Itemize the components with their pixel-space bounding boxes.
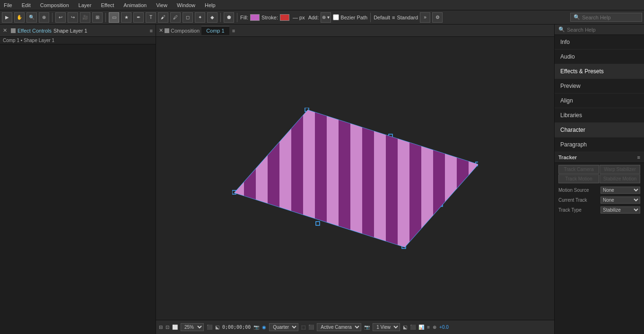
comp-tab[interactable]: Comp 1 — [201, 26, 229, 35]
puppet-tool[interactable]: ✦ — [195, 12, 205, 23]
current-track-select[interactable]: None — [600, 197, 640, 204]
pin-tool[interactable]: ◆ — [207, 12, 218, 23]
svg-rect-15 — [232, 108, 478, 249]
view-options-btn[interactable]: ⬕ — [403, 325, 407, 330]
comp-header: ✕ Composition Comp 1 ≡ — [156, 25, 554, 37]
menu-layer[interactable]: Layer — [77, 1, 94, 9]
render-btn[interactable]: ⬛ — [410, 325, 416, 330]
paint-tool[interactable]: 🖌 — [158, 12, 168, 23]
rp-item-character[interactable]: Character — [555, 123, 644, 137]
rp-item-paragraph[interactable]: Paragraph — [555, 137, 644, 152]
zoom-tool[interactable]: 🔍 — [26, 12, 37, 23]
3d-btn[interactable]: ⊕ — [433, 325, 436, 330]
menu-composition[interactable]: Composition — [38, 1, 71, 9]
chart-btn[interactable]: 📊 — [418, 325, 424, 330]
viewer-grid-btn[interactable]: ⊟ — [159, 325, 163, 330]
menu-file[interactable]: File — [2, 1, 14, 9]
rp-item-libraries[interactable]: Libraries — [555, 108, 644, 123]
panel-close-btn[interactable]: ✕ — [3, 27, 7, 34]
pen-tool[interactable]: ✒ — [133, 12, 144, 23]
clone-tool[interactable]: 🖊 — [170, 12, 181, 23]
add-dropdown[interactable]: ⊕ ▾ — [321, 12, 331, 23]
toolbar: ▶ ✋ 🔍 ⊕ ↩ ↪ 🎥 ⊞ ▭ ★ ✒ T 🖌 🖊 ◻ ✦ ◆ ⬟ Fill… — [0, 10, 644, 25]
bezier-label: Bezier Path — [340, 15, 367, 20]
star-tool[interactable]: ★ — [121, 12, 131, 23]
quality-select[interactable]: Quarter — [269, 323, 298, 331]
rp-item-align[interactable]: Align — [555, 94, 644, 108]
striped-pattern — [232, 108, 478, 249]
track-motion-btn[interactable]: Track Motion — [558, 174, 599, 183]
separator-2 — [105, 13, 106, 22]
search-box: 🔍 — [570, 13, 642, 22]
redo-btn[interactable]: ↪ — [68, 12, 78, 23]
motion-source-select[interactable]: None — [600, 187, 640, 194]
rp-item-preview[interactable]: Preview — [555, 79, 644, 94]
composition-viewer[interactable] — [156, 37, 554, 320]
mask-feather-tool[interactable]: ⬟ — [224, 12, 234, 23]
viewer-safe-btn[interactable]: ⊡ — [165, 325, 169, 330]
panel-menu-btn[interactable]: ≡ — [150, 28, 153, 34]
separator-3 — [220, 13, 221, 22]
eraser-tool[interactable]: ◻ — [183, 12, 193, 23]
tracker-header: Tracker ≡ — [555, 152, 644, 163]
timecode-display: 0;00;00;00 — [222, 325, 251, 330]
text-tool[interactable]: T — [146, 12, 156, 23]
camera-tool[interactable]: 🎥 — [80, 12, 90, 23]
viewer-fit-btn[interactable]: ⬛ — [207, 325, 212, 330]
search-input[interactable] — [582, 15, 639, 20]
menu-animation[interactable]: Animation — [122, 1, 148, 9]
zoom-select[interactable]: 25% — [181, 323, 204, 331]
left-panel-header: ✕ Effect Controls Shape Layer 1 ≡ — [0, 25, 156, 37]
rp-item-info[interactable]: Info — [555, 35, 644, 50]
effect-controls-tab[interactable]: Effect Controls — [17, 28, 52, 34]
track-type-select[interactable]: Stabilize — [600, 206, 640, 214]
undo-btn[interactable]: ↩ — [55, 12, 66, 23]
center-panel: ✕ Composition Comp 1 ≡ — [156, 25, 554, 334]
tracker-buttons: Track Camera Warp Stabilizer Track Motio… — [555, 163, 644, 185]
full-screen-btn[interactable]: ⬚ — [301, 325, 305, 330]
separator-1 — [52, 13, 52, 22]
tracker-title: Tracker — [558, 154, 577, 160]
grid-tool[interactable]: ⊞ — [92, 12, 103, 23]
comp-panel-menu[interactable]: ≡ — [232, 28, 235, 34]
hand-tool[interactable]: ✋ — [14, 12, 25, 23]
menu-effect[interactable]: Effect — [99, 1, 116, 9]
settings-btn[interactable]: ⚙ — [432, 12, 443, 23]
camera-select[interactable]: Active Camera — [317, 323, 361, 331]
rp-search-input[interactable] — [567, 27, 640, 33]
rect-tool[interactable]: ▭ — [109, 12, 119, 23]
viewer-3d-btn[interactable]: ⬕ — [215, 325, 219, 330]
track-type-prop: Track Type Stabilize — [555, 205, 644, 215]
comp-close-btn[interactable]: ✕ — [159, 27, 163, 34]
warp-stabilizer-btn[interactable]: Warp Stabilizer — [600, 165, 640, 174]
panel-frame-icon — [11, 28, 16, 33]
expand-panels[interactable]: » — [420, 12, 430, 23]
bezier-checkbox[interactable] — [333, 14, 339, 20]
snapshot-btn[interactable]: 📷 — [253, 325, 259, 330]
menu-window[interactable]: Window — [175, 1, 197, 9]
stabilize-motion-btn[interactable]: Stabilize Motion — [600, 174, 640, 183]
viewer-canvas — [232, 108, 478, 249]
tracker-menu-btn[interactable]: ≡ — [637, 154, 640, 160]
search-icon: 🔍 — [574, 14, 580, 20]
menu-view[interactable]: View — [154, 1, 169, 9]
rp-item-effects[interactable]: Effects & Presets — [555, 64, 644, 79]
menu-help[interactable]: Help — [203, 1, 218, 9]
fill-swatch[interactable] — [250, 14, 260, 21]
composition-label: Composition — [171, 28, 200, 34]
camera-icon: 📷 — [364, 325, 370, 330]
views-select[interactable]: 1 View — [373, 323, 400, 331]
track-camera-btn[interactable]: Track Camera — [558, 165, 599, 174]
orbit-tool[interactable]: ⊕ — [39, 12, 49, 23]
selection-tool[interactable]: ▶ — [2, 12, 12, 23]
menu-edit[interactable]: Edit — [20, 1, 33, 9]
layers-btn[interactable]: ≡ — [427, 325, 430, 330]
alpha-btn[interactable]: ⬛ — [308, 325, 314, 330]
rp-item-audio[interactable]: Audio — [555, 50, 644, 64]
shape-layer-tab[interactable]: Shape Layer 1 — [53, 28, 87, 34]
stroke-swatch[interactable] — [280, 14, 289, 21]
color-btn[interactable]: ◉ — [262, 325, 266, 330]
bezier-path-check[interactable]: Bezier Path — [333, 14, 367, 20]
comp-panel-close: ✕ Composition — [159, 27, 200, 34]
viewer-mask-btn[interactable]: ⬜ — [172, 325, 178, 330]
